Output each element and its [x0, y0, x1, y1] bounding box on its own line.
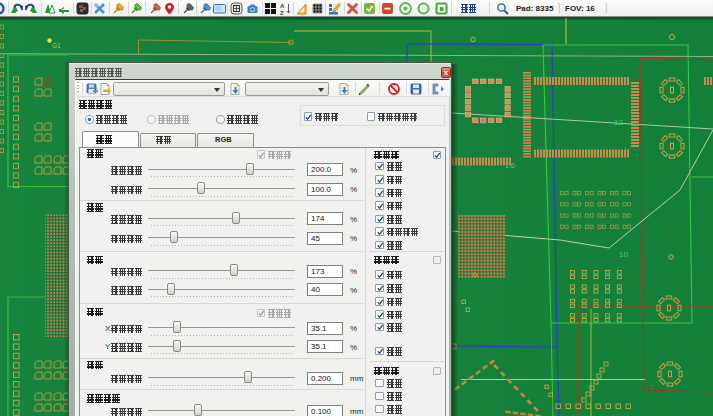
svg-text:7: 7 [649, 383, 654, 392]
svg-text:G1: G1 [52, 42, 61, 49]
svg-text:10: 10 [619, 250, 628, 259]
svg-text:A: A [280, 3, 285, 9]
svg-text:Z: Z [280, 10, 284, 16]
svg-text:12: 12 [614, 118, 623, 127]
svg-text:1.5: 1.5 [476, 118, 486, 125]
